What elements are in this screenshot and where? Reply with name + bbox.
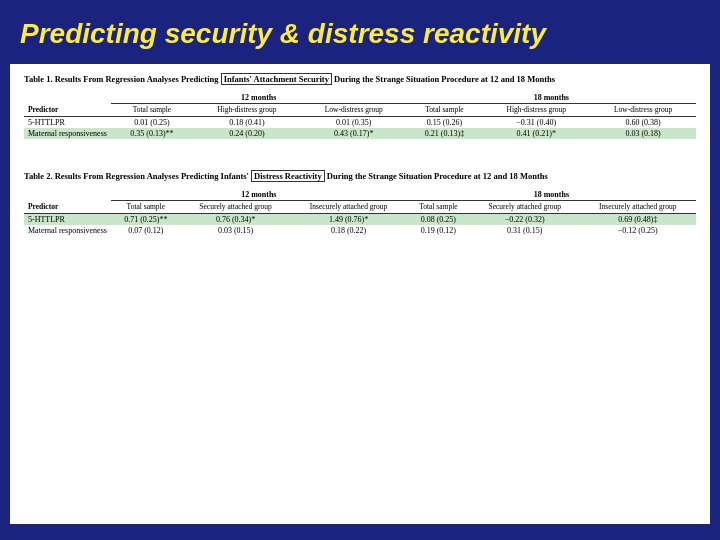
t2-r1-ts12: 0.71 (0.25)** — [111, 213, 181, 225]
slide: Predicting security & distress reactivit… — [0, 0, 720, 540]
table1-lowdistress-18: Low-distress group — [590, 103, 696, 116]
table1-highdistress-18: High-distress group — [482, 103, 590, 116]
table2-secattached-18: Securely attached group — [470, 200, 580, 213]
table2-predictor-subheader: Predictor — [24, 200, 111, 213]
table2-caption-after: During the Strange Situation Procedure a… — [325, 171, 548, 181]
t1-r2-ld12: 0.43 (0.17)* — [301, 128, 407, 139]
t2-r2-ia12: 0.18 (0.22) — [290, 225, 406, 236]
table-row: Maternal responsiveness 0.35 (0.13)** 0.… — [24, 128, 696, 139]
t1-r1-ts18: 0.15 (0.26) — [407, 116, 483, 128]
t1-r1-predictor: 5-HTTLPR — [24, 116, 111, 128]
t2-r1-sa18: −0.22 (0.32) — [470, 213, 580, 225]
t1-r2-predictor: Maternal responsiveness — [24, 128, 111, 139]
t1-r2-ts18: 0.21 (0.13)‡ — [407, 128, 483, 139]
table1-predictor-subheader: Predictor — [24, 103, 111, 116]
table1-lowdistress-12: Low-distress group — [301, 103, 407, 116]
table1-label: Table 1. — [24, 74, 53, 84]
table2-totalsample-12: Total sample — [111, 200, 181, 213]
t1-r2-ts12: 0.35 (0.13)** — [111, 128, 193, 139]
table2: 12 months 18 months Predictor Total samp… — [24, 189, 696, 236]
table2-label: Table 2. — [24, 171, 53, 181]
t2-r2-ia18: −0.12 (0.25) — [580, 225, 696, 236]
table1-highdistress-12: High-distress group — [193, 103, 301, 116]
table1-totalsample-18: Total sample — [407, 103, 483, 116]
t2-r1-ts18: 0.08 (0.25) — [407, 213, 470, 225]
table1-caption-highlighted: Infants' Attachment Security — [221, 73, 332, 85]
t1-r2-hd18: 0.41 (0.21)* — [482, 128, 590, 139]
t1-r1-hd18: −0.31 (0.40) — [482, 116, 590, 128]
table2-caption-before: Results From Regression Analyses Predict… — [55, 171, 251, 181]
table-row: Maternal responsiveness 0.07 (0.12) 0.03… — [24, 225, 696, 236]
t1-r1-ld12: 0.01 (0.35) — [301, 116, 407, 128]
table-row: 5-HTTLPR 0.01 (0.25) 0.18 (0.41) 0.01 (0… — [24, 116, 696, 128]
t2-r2-ts18: 0.19 (0.12) — [407, 225, 470, 236]
table2-caption-highlighted: Distress Reactivity — [251, 170, 325, 182]
table1-predictor-header — [24, 92, 111, 104]
t2-r2-predictor: Maternal responsiveness — [24, 225, 111, 236]
title-bar: Predicting security & distress reactivit… — [0, 0, 720, 64]
table1-caption-before: Results From Regression Analyses Predict… — [55, 74, 221, 84]
t2-r1-sa12: 0.76 (0.34)* — [181, 213, 291, 225]
t1-r2-ld18: 0.03 (0.18) — [590, 128, 696, 139]
t2-r1-predictor: 5-HTTLPR — [24, 213, 111, 225]
t1-r2-hd12: 0.24 (0.20) — [193, 128, 301, 139]
t2-r2-sa12: 0.03 (0.15) — [181, 225, 291, 236]
table2-secattached-12: Securely attached group — [181, 200, 291, 213]
table1: 12 months 18 months Predictor Total samp… — [24, 92, 696, 139]
table2-12months-header: 12 months — [111, 189, 407, 201]
table1-18months-header: 18 months — [407, 92, 696, 104]
t1-r1-hd12: 0.18 (0.41) — [193, 116, 301, 128]
content-area: Table 1. Results From Regression Analyse… — [10, 64, 710, 524]
table2-caption: Table 2. Results From Regression Analyse… — [24, 171, 696, 183]
table2-18months-header: 18 months — [407, 189, 696, 201]
table-row: 5-HTTLPR 0.71 (0.25)** 0.76 (0.34)* 1.49… — [24, 213, 696, 225]
t2-r1-ia18: 0.69 (0.48)‡ — [580, 213, 696, 225]
t2-r2-ts12: 0.07 (0.12) — [111, 225, 181, 236]
table2-insecattached-12: Insecurely attached group — [290, 200, 406, 213]
table2-predictor-header — [24, 189, 111, 201]
table1-totalsample-12: Total sample — [111, 103, 193, 116]
t2-r2-sa18: 0.31 (0.15) — [470, 225, 580, 236]
table1-caption-after: During the Strange Situation Procedure a… — [332, 74, 555, 84]
slide-title: Predicting security & distress reactivit… — [20, 18, 546, 49]
section-divider — [24, 149, 696, 163]
table1-12months-header: 12 months — [111, 92, 407, 104]
table2-totalsample-18: Total sample — [407, 200, 470, 213]
t1-r1-ts12: 0.01 (0.25) — [111, 116, 193, 128]
table2-insecattached-18: Insecurely attached group — [580, 200, 696, 213]
t2-r1-ia12: 1.49 (0.76)* — [290, 213, 406, 225]
t1-r1-ld18: 0.60 (0.38) — [590, 116, 696, 128]
table1-caption: Table 1. Results From Regression Analyse… — [24, 74, 696, 86]
